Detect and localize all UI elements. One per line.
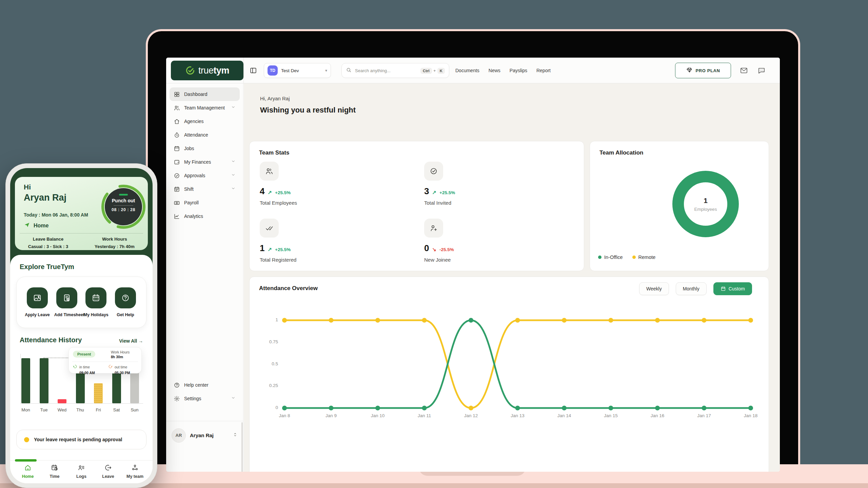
stat-label: New Joinee [424,257,574,263]
trend-arrow-icon: ↗ [268,246,272,252]
wallet-icon [174,159,180,165]
phone-tab-home[interactable]: Home [16,461,40,483]
status-badge: Present [73,351,95,358]
team-allocation-title: Team Allocation [599,149,643,156]
series-remote-point [329,318,334,323]
search-icon [346,67,352,74]
sidebar-item-team-management[interactable]: Team Management [170,101,240,115]
sidebar-user[interactable]: AR Aryan Raj [166,421,243,449]
trend-arrow-icon: ↗ [432,189,436,196]
stat-label: Total Registered [260,257,424,263]
phone-tab-time[interactable]: Time [42,461,67,483]
x-tick-label: Jan 14 [549,413,579,418]
sidebar-item-label: Agencies [184,119,236,124]
y-tick-label: 0.5 [258,361,278,366]
phone-bottom-nav: HomeTimeLogsLeaveMy team [10,460,153,483]
attendance-overview-card: Attendance Overview WeeklyMonthlyCustom … [249,277,769,472]
bar-label: Tue [35,407,53,412]
out-time-block: out time 05:30 PM [108,364,130,375]
nav-link-payslips[interactable]: Payslips [510,68,527,73]
pro-plan-button[interactable]: PRO PLAN [675,63,731,78]
explore-item-add-timesheet[interactable]: Add Timesheet [54,287,79,317]
phone-tab-logs[interactable]: Logs [69,461,94,483]
range-button-monthly[interactable]: Monthly [676,282,707,295]
sidebar-item-payroll[interactable]: Payroll [170,196,240,209]
y-tick-label: 1 [258,317,278,322]
sidebar-item-approvals[interactable]: Approvals [170,169,240,182]
phone-location-row: Home [24,222,48,229]
legend-item-in-office: In-Office [598,255,623,260]
sidebar-item-jobs[interactable]: Jobs [170,142,240,155]
series-remote-line [284,320,751,408]
bar-tue[interactable] [40,358,48,403]
top-navbar: truetym TD Test Dev ▾ Ctrl + K Documents… [166,58,780,83]
range-button-custom[interactable]: Custom [713,282,752,295]
photo-leave-icon [33,293,42,302]
banknote-icon [174,200,180,206]
sidebar-toggle-icon[interactable] [250,67,257,74]
sidebar-item-shift[interactable]: Shift [170,182,240,196]
avatar: AR [172,428,186,443]
chat-icon[interactable] [757,66,766,75]
search-bar[interactable]: Ctrl + K [341,63,449,78]
y-tick-label: 0 [258,405,278,410]
explore-item-apply-leave[interactable]: Apply Leave [25,287,50,317]
logout-icon [104,464,112,471]
range-button-label: Custom [729,286,745,291]
view-all-link[interactable]: View All → [119,338,143,344]
grid-icon [174,91,180,98]
bar-label: Fri [89,407,107,412]
pro-plan-label: PRO PLAN [696,68,720,73]
pending-approval-banner[interactable]: Your leave request is pending approval [16,430,146,449]
bar-fri[interactable] [94,383,103,403]
user-plus-icon [430,224,438,232]
series-in-office-point [282,406,287,410]
range-button-weekly[interactable]: Weekly [639,282,669,295]
series-remote-point [469,406,473,410]
mail-icon[interactable] [740,66,748,75]
sidebar-item-analytics[interactable]: Analytics [170,209,240,223]
series-in-office-point [609,406,613,410]
line-chart-svg[interactable] [280,314,755,419]
sidebar-item-dashboard[interactable]: Dashboard [170,87,240,101]
explore-item-my-holidays[interactable]: My Holidays [83,287,108,317]
y-tick-label: 0.75 [258,339,278,344]
sidebar-item-attendance[interactable]: Attendance [170,128,240,142]
team-stats-card: Team Stats 4↗+25.5%Total Employees3↗+25.… [249,141,584,271]
bar-wed[interactable] [58,399,66,403]
truetym-logo[interactable]: truetym [171,61,243,80]
sidebar-item-settings[interactable]: Settings [170,392,240,405]
sidebar-item-label: Settings [184,396,227,401]
nav-link-documents[interactable]: Documents [455,68,479,73]
sidebar-scrollbar[interactable] [241,422,243,472]
phone-greeting-hi: Hi [24,183,31,191]
plus-sign: + [433,68,436,73]
location-arrow-icon [24,222,30,228]
check-circle-icon-box [424,162,443,181]
org-avatar: TD [268,65,278,76]
bar-mon[interactable] [21,358,30,403]
user-plus-icon-box [424,219,443,238]
org-selector[interactable]: TD Test Dev ▾ [264,63,331,78]
active-tab-indicator [15,459,37,462]
phone-screen: Hi Aryan Raj Today : Mon 06 Jan, 8:00 AM… [10,168,153,483]
nav-link-report[interactable]: Report [536,68,551,73]
user-name: Aryan Raj [190,432,229,438]
sidebar-item-help-center[interactable]: Help center [170,378,240,392]
chevron-down-icon [231,159,236,164]
users-icon-box [260,162,279,181]
search-input[interactable] [354,68,418,74]
chevron-down-icon [231,159,236,165]
phone-tab-my-team[interactable]: My team [123,461,147,483]
stat-value: 4 [260,186,264,197]
punch-indicator [119,194,128,196]
nav-link-news[interactable]: News [489,68,500,73]
x-tick-label: Jan 16 [642,413,673,418]
punch-out-button[interactable]: Punch out 08 : 20 : 28 [100,184,146,230]
explore-item-label: Add Timesheet [54,312,79,317]
mail-icon [740,66,748,75]
sidebar-item-my-finances[interactable]: My Finances [170,155,240,169]
explore-item-get-help[interactable]: Get Help [113,287,138,317]
phone-tab-leave[interactable]: Leave [96,461,120,483]
sidebar-item-agencies[interactable]: Agencies [170,115,240,128]
